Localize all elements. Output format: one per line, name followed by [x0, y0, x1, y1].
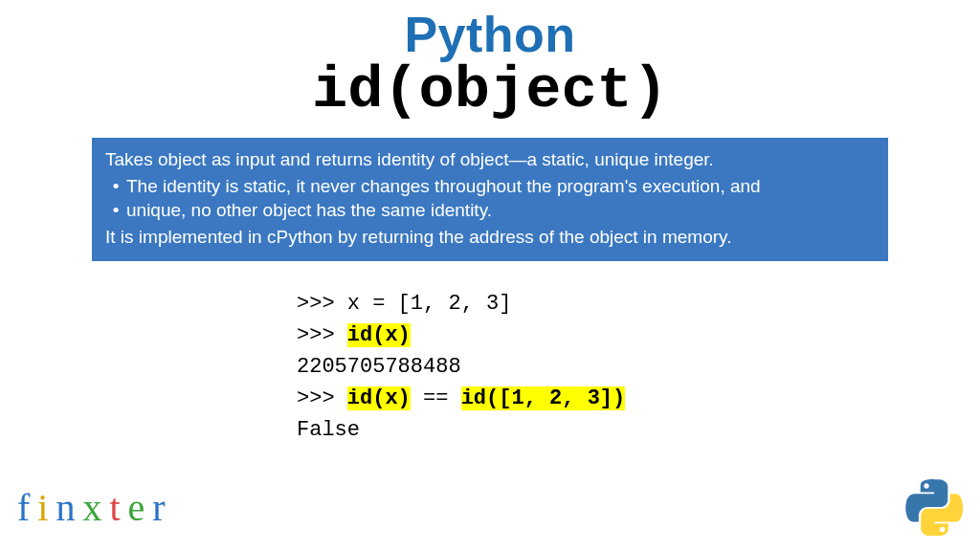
description-intro: Takes object as input and returns identi… [105, 147, 875, 172]
python-logo-icon [905, 478, 963, 536]
highlight-id: id [347, 323, 372, 347]
description-bullets: The identity is static, it never changes… [105, 174, 875, 223]
title-function: id(object) [0, 61, 980, 121]
finxter-logo: finxter [17, 485, 173, 530]
highlight-id: id [347, 386, 372, 410]
description-outro: It is implemented in cPython by returnin… [105, 225, 875, 250]
code-line-1: >>> x = [1, 2, 3] [297, 292, 511, 316]
highlight-id: id [461, 386, 486, 410]
code-line-2: >>> id(x) [297, 323, 411, 347]
description-box: Takes object as input and returns identi… [92, 138, 888, 261]
title-python: Python [0, 6, 980, 63]
code-line-3: 2205705788488 [297, 355, 461, 379]
code-line-5: False [297, 418, 360, 442]
description-bullet-2: unique, no other object has the same ide… [105, 198, 875, 223]
code-line-4: >>> id(x) == id([1, 2, 3]) [297, 386, 625, 410]
code-example: >>> x = [1, 2, 3] >>> id(x) 220570578848… [297, 288, 980, 446]
description-bullet-1: The identity is static, it never changes… [105, 174, 875, 199]
title-block: Python id(object) [0, 0, 980, 121]
